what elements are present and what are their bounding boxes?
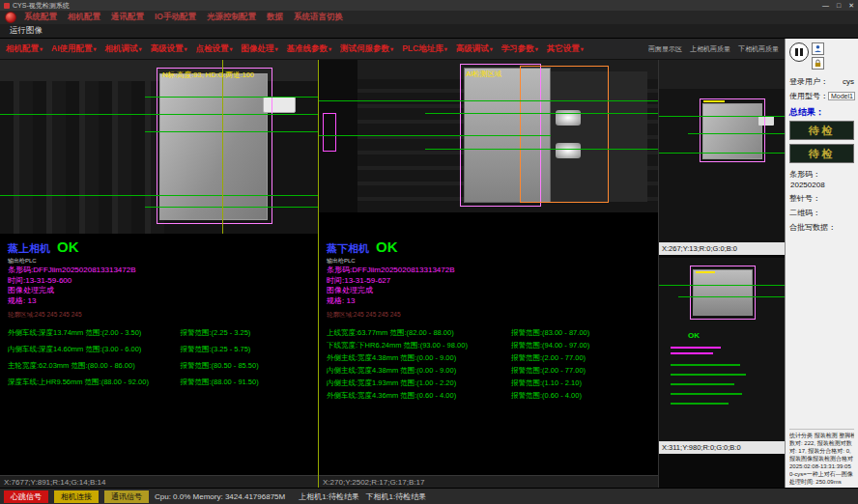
toolbar-item[interactable]: 图像处理▾ [242,43,278,55]
chevron-down-icon: ▾ [581,46,584,52]
measurement-list: 上线宽度:63.77mm 范围:(82.00 - 88.00) 报警范围:(83… [327,328,650,401]
measurement-row: 内侧主线:宽度4.38mm 范围:(0.00 - 9.00) 报警范围:(2.0… [327,366,650,376]
maximize-button[interactable]: □ [837,2,841,10]
time-line: 时间:13-31-59-600 [8,276,310,287]
menu-item[interactable]: 数据 [267,12,283,23]
tab-row: 运行图像 [0,24,858,39]
toolbar-item[interactable]: 高级设置▾ [151,43,187,55]
lock-icon [814,59,822,68]
view-tab[interactable]: 画面显示区 [648,44,682,54]
menu-bar: 系统配置相机配置通讯配置IO手动配置光源控制配置数据系统语言切换 [0,11,858,24]
app-window: CYS-视觉检测系统 — □ ✕ 系统配置相机配置通讯配置IO手动配置光源控制配… [0,0,858,504]
toolbar-item[interactable]: 学习参数▾ [501,43,538,55]
barcode-label: 条形码： [789,169,854,180]
overlay-text-mark [703,100,725,102]
overlay-text-mark [671,393,742,395]
left-block: 相机配置▾AI使用配置▾相机调试▾高级设置▾点检设置▾图像处理▾基准线参数▾测试… [0,39,785,488]
close-button[interactable]: ✕ [848,2,854,10]
toolbar: 相机配置▾AI使用配置▾相机调试▾高级设置▾点检设置▾图像处理▾基准线参数▾测试… [0,39,785,60]
chevron-down-icon: ▾ [40,46,43,52]
guide-line [425,149,658,150]
measurement-row: 外侧车线:宽度4.36mm 范围:(0.60 - 4.00) 报警范围:(0.6… [327,391,650,401]
toolbar-item[interactable]: 相机调试▾ [105,43,142,55]
process-line: 图像处理完成 [8,286,310,296]
guide-line [659,285,785,286]
statistics-line: 2025:02:08-13:31:39:05 [789,462,854,470]
minimize-button[interactable]: — [822,2,829,10]
preview-lower-coordinates: X:311;Y:980;R:0;G:0;B:0 [659,441,785,454]
measurement-list: 外侧车线:深度13.74mm 范围:(2.00 - 3.50) 报警范围:(2.… [8,328,310,387]
roi-outline-pink [690,266,756,320]
toolbar-item[interactable]: 高级调试▾ [456,43,493,55]
model-select[interactable]: Model1 [828,92,855,100]
measurement-row: 外侧主线:宽度4.38mm 范围:(0.00 - 9.00) 报警范围:(2.0… [327,353,650,363]
result-box-upper: 待检 [789,121,854,140]
guide-line [319,100,658,101]
toolbar-list: 相机配置▾AI使用配置▾相机调试▾高级设置▾点检设置▾图像处理▾基准线参数▾测试… [6,43,584,55]
status-ok: OK [376,238,398,255]
machinery-shape [0,60,164,234]
toolbar-item[interactable]: 测试伺服参数▾ [340,43,393,55]
guide-line [145,97,318,98]
login-user-label: 登录用户： [789,76,828,87]
lock-button[interactable] [812,57,824,70]
upper-coordinate-bar: X:7677;Y:891;R:14;G:14;B:14 [0,475,318,488]
status-bar: 心跳信号 相机连接 通讯信号 Cpu: 0.0% Memory: 3424.41… [0,488,858,504]
chevron-down-icon: ▾ [444,46,447,52]
preview-lower-image[interactable]: OK [659,258,785,441]
app-logo-icon [5,12,16,23]
chevron-down-icon: ▾ [275,46,278,52]
content-area: N标:高度:93; HD:G:两道:100 蒸上相机 OK 输出给PLC 条形码… [0,60,785,488]
overlay-text-mark [671,403,729,405]
user-icon [814,44,822,53]
chevron-down-icon: ▾ [329,46,331,52]
guide-line [678,296,785,297]
tab-run-image[interactable]: 运行图像 [10,25,43,37]
measurement-row: 上线宽度:63.77mm 范围:(82.00 - 88.00) 报警范围:(83… [327,328,650,338]
process-line: 图像处理完成 [327,286,650,296]
menu-item[interactable]: IO手动配置 [155,12,196,23]
menu-item[interactable]: 系统配置 [24,12,57,23]
menu-item[interactable]: 光源控制配置 [207,12,256,23]
upper-result-block: 蒸上相机 OK 输出给PLC 条形码:DFFJiim20250208133134… [0,234,318,475]
menu-item[interactable]: 通讯配置 [111,12,144,23]
window-title: CYS-视觉检测系统 [13,1,70,11]
toolbar-item[interactable]: 相机配置▾ [6,43,43,55]
measurement-row: 内侧车线:深度14.60mm 范围:(3.00 - 6.00) 报警范围:(3.… [8,345,310,354]
menu-item[interactable]: 系统语言切换 [294,12,343,23]
chevron-down-icon: ▾ [185,46,187,52]
toolbar-item[interactable]: PLC地址库▾ [402,43,447,55]
measurement-row: 深度车线:上HR9.56mm 范围:(88.00 - 92.00) 报警范围:(… [8,378,310,387]
guide-line [688,133,785,134]
upper-camera-image[interactable]: N标:高度:93; HD:G:两道:100 [0,60,318,234]
guide-line [145,131,318,132]
toolbar-item[interactable]: 其它设置▾ [547,43,584,55]
chevron-down-icon: ▾ [230,46,233,52]
guide-line [659,116,785,117]
cpu-memory-text: Cpu: 0.0% Memory: 3424.41796875M [155,492,285,501]
spec-line: 规格: 13 [327,296,650,307]
measurement-row: 主轮宽度:62.03mm 范围:(80.00 - 86.00) 报警范围:(80… [8,361,310,371]
user-button[interactable] [812,42,824,55]
guide-line [0,195,318,196]
overlay-text-mark [671,364,740,366]
preview-upper-image[interactable] [659,60,785,242]
toolbar-item[interactable]: 基准线参数▾ [287,43,332,55]
toolbar-item[interactable]: AI使用配置▾ [51,43,97,55]
overlay-text-mark [671,347,721,349]
view-tab[interactable]: 上相机画质量 [690,44,730,54]
pause-button[interactable] [789,42,809,62]
statistics-line: 0-cys=一种上对石—图像 [789,470,854,478]
overlay-text-mark [696,271,715,273]
statistics-line: 统计分类 报装检测 整脚检测 [789,432,854,439]
login-user-value: cys [843,77,854,86]
lower-camera-image[interactable]: AI检测区域 [319,60,658,212]
measurement-row: 内侧主线:宽度1.93mm 范围:(1.00 - 2.20) 报警范围:(1.1… [327,378,650,388]
statistics-line: 处理时间: 250.09ms [789,478,854,486]
chevron-down-icon: ▾ [139,46,142,52]
toolbar-item[interactable]: 点检设置▾ [196,43,233,55]
chevron-down-icon: ▾ [390,46,393,52]
total-result-label: 总结果： [789,106,854,119]
menu-item[interactable]: 相机配置 [68,12,100,23]
view-tab[interactable]: 下相机画质量 [738,44,779,54]
